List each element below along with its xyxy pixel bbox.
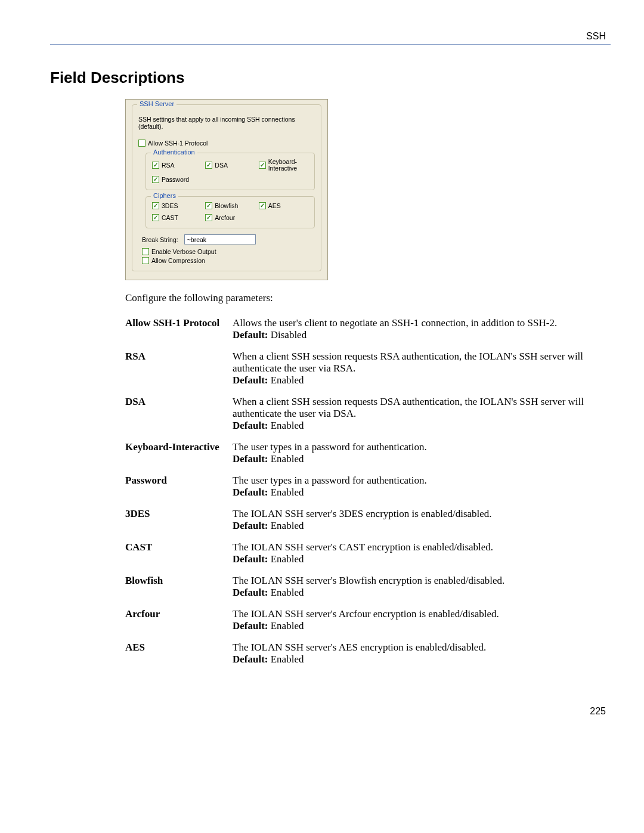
caes-checkbox[interactable]: ✓ (259, 202, 266, 209)
param-desc: Allows the user's client to negotiate an… (233, 312, 611, 346)
verbose-checkbox[interactable] (142, 248, 149, 255)
param-desc: The IOLAN SSH server's Blowfish encrypti… (233, 570, 611, 603)
param-row-allow_ssh1: Allow SSH-1 ProtocolAllows the user's cl… (125, 312, 611, 346)
ciphers-legend: Ciphers (151, 192, 178, 199)
param-name: Password (125, 470, 233, 503)
param-name: RSA (125, 346, 233, 391)
param-name: Keyboard-Interactive (125, 436, 233, 470)
keyboard-interactive-checkbox[interactable]: ✓ (259, 162, 266, 169)
rsa-checkbox[interactable]: ✓ (152, 162, 159, 169)
param-name: Blowfish (125, 570, 233, 603)
dsa-checkbox[interactable]: ✓ (205, 162, 212, 169)
cblow-checkbox[interactable]: ✓ (205, 202, 212, 209)
auth-legend: Authentication (151, 148, 197, 156)
param-name: 3DES (125, 503, 233, 537)
header-tag: SSH (50, 31, 606, 42)
param-desc: The IOLAN SSH server's CAST encryption i… (233, 537, 611, 570)
param-name: AES (125, 637, 233, 670)
param-desc: The user types in a password for authent… (233, 470, 611, 503)
compress-checkbox[interactable] (142, 257, 149, 264)
ccast-label: CAST (162, 214, 178, 221)
param-desc: The IOLAN SSH server's 3DES encryption i… (233, 503, 611, 537)
param-desc: When a client SSH session requests DSA a… (233, 391, 611, 436)
break-string-label: Break String: (142, 236, 178, 243)
param-row-c3des: 3DESThe IOLAN SSH server's 3DES encrypti… (125, 503, 611, 537)
param-desc: When a client SSH session requests RSA a… (233, 346, 611, 391)
c3des-label: 3DES (162, 202, 178, 209)
cblow-label: Blowfish (215, 202, 238, 209)
verbose-label: Enable Verbose Output (151, 248, 216, 255)
param-row-cast: CASTThe IOLAN SSH server's CAST encrypti… (125, 537, 611, 570)
ssh-server-dialog: SSH Server SSH settings that apply to al… (125, 99, 328, 280)
param-table: Allow SSH-1 ProtocolAllows the user's cl… (125, 312, 611, 670)
break-string-input[interactable] (184, 234, 256, 244)
allow-ssh1-label: Allow SSH-1 Protocol (148, 140, 208, 147)
param-row-dsa: DSAWhen a client SSH session requests DS… (125, 391, 611, 436)
param-row-arcfour: ArcfourThe IOLAN SSH server's Arcfour en… (125, 603, 611, 637)
ccast-checkbox[interactable]: ✓ (152, 214, 159, 221)
carc-label: Arcfour (215, 214, 235, 221)
param-desc: The user types in a password for authent… (233, 436, 611, 470)
dsa-label: DSA (215, 162, 228, 169)
password-label: Password (162, 176, 189, 183)
param-desc: The IOLAN SSH server's AES encryption is… (233, 637, 611, 670)
ssh-server-desc: SSH settings that apply to all incoming … (138, 116, 315, 130)
keyboard-interactive-label: Keyboard- Interactive (268, 159, 297, 171)
password-checkbox[interactable]: ✓ (152, 176, 159, 183)
param-desc: The IOLAN SSH server's Arcfour encryptio… (233, 603, 611, 637)
c3des-checkbox[interactable]: ✓ (152, 202, 159, 209)
param-name: CAST (125, 537, 233, 570)
param-row-aes: AESThe IOLAN SSH server's AES encryption… (125, 637, 611, 670)
param-row-keyboard_interactive: Keyboard-InteractiveThe user types in a … (125, 436, 611, 470)
allow-ssh1-checkbox[interactable] (138, 140, 145, 147)
param-row-password: PasswordThe user types in a password for… (125, 470, 611, 503)
caes-label: AES (268, 202, 281, 209)
section-title: Field Descriptions (50, 69, 611, 87)
header-rule (50, 44, 611, 45)
page-number: 225 (50, 706, 606, 717)
param-row-rsa: RSAWhen a client SSH session requests RS… (125, 346, 611, 391)
ssh-server-legend: SSH Server (137, 100, 177, 107)
intro-text: Configure the following parameters: (125, 292, 611, 304)
param-row-blowfish: BlowfishThe IOLAN SSH server's Blowfish … (125, 570, 611, 603)
param-name: Allow SSH-1 Protocol (125, 312, 233, 346)
compress-label: Allow Compression (151, 257, 205, 264)
param-name: DSA (125, 391, 233, 436)
rsa-label: RSA (162, 162, 175, 169)
carc-checkbox[interactable]: ✓ (205, 214, 212, 221)
param-name: Arcfour (125, 603, 233, 637)
